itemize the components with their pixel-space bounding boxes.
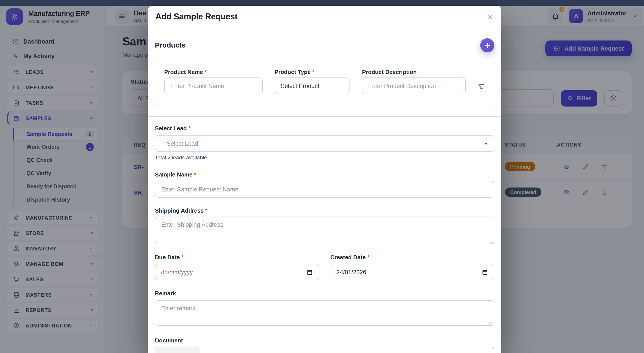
- close-icon[interactable]: [486, 12, 494, 21]
- product-type-select[interactable]: Select Product: [274, 78, 350, 94]
- product-description-label: Product Description: [362, 69, 466, 75]
- section-divider: [148, 116, 502, 117]
- remark-textarea[interactable]: [155, 300, 494, 326]
- caret-down-icon: ▼: [484, 141, 488, 146]
- sample-name-label: Sample Name *: [155, 171, 494, 178]
- product-name-input[interactable]: [164, 78, 262, 94]
- document-label: Document: [155, 337, 494, 344]
- plus-icon: [484, 42, 490, 49]
- remark-label: Remark: [155, 290, 494, 297]
- add-product-button[interactable]: [480, 38, 494, 52]
- add-sample-request-modal: Add Sample Request Products Product Name…: [148, 6, 502, 353]
- product-description-input[interactable]: [362, 78, 466, 94]
- sample-name-input[interactable]: [155, 181, 494, 198]
- calendar-icon: [482, 269, 488, 275]
- created-date-label: Created Date *: [330, 254, 494, 260]
- remove-product-trash-icon[interactable]: [478, 82, 485, 90]
- shipping-address-label: Shipping Address *: [155, 207, 494, 214]
- shipping-address-textarea[interactable]: [155, 216, 494, 244]
- modal-title: Add Sample Request: [156, 12, 238, 22]
- due-date-label: Due Date *: [155, 254, 319, 260]
- product-type-label: Product Type *: [274, 69, 350, 75]
- product-row-card: Product Name * Product Type * Select Pro…: [155, 61, 494, 105]
- products-section-heading: Products: [155, 41, 186, 49]
- select-lead-dropdown[interactable]: -- Select Lead -- ▼: [155, 135, 494, 152]
- product-name-label: Product Name *: [164, 69, 262, 75]
- choose-file-button[interactable]: Choose file: [156, 347, 199, 353]
- leads-helper-text: Total 2 leads available: [155, 154, 494, 161]
- screen: Manufacturing ERP Production Management …: [0, 0, 644, 353]
- calendar-icon: [306, 269, 313, 275]
- select-lead-label: Select Lead *: [155, 125, 494, 132]
- due-date-input[interactable]: dd/mm/yyyy: [155, 264, 319, 280]
- document-file-input[interactable]: Choose file No file chosen: [155, 347, 494, 353]
- created-date-input[interactable]: 24/01/2026: [330, 264, 494, 280]
